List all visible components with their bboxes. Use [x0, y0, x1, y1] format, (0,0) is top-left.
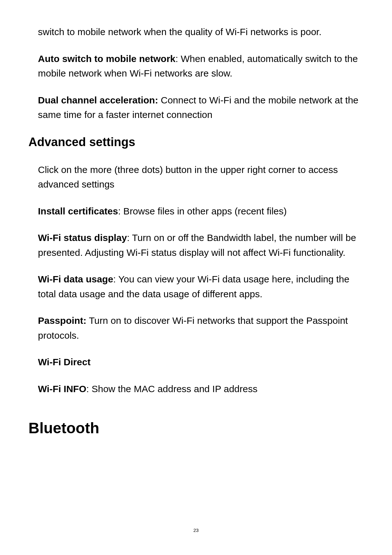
text-install-certificates: : Browse files in other apps (recent fil… [118, 206, 287, 216]
label-wifi-info: Wi-Fi INFO [38, 384, 86, 394]
text-wifi-info: : Show the MAC address and IP address [86, 384, 257, 394]
heading-advanced-settings: Advanced settings [28, 134, 364, 150]
label-dual-channel: Dual channel acceleration: [38, 95, 158, 105]
paragraph-wifi-data-usage: Wi-Fi data usage: You can view your Wi-F… [38, 272, 364, 301]
paragraph-advanced-intro: Click on the more (three dots) button in… [38, 163, 364, 192]
paragraph-passpoint: Passpoint: Turn on to discover Wi-Fi net… [38, 313, 364, 343]
section-wifi-continued: switch to mobile network when the qualit… [28, 25, 364, 122]
label-install-certificates: Install certificates [38, 206, 118, 216]
paragraph-wifi-status-display: Wi-Fi status display: Turn on or off the… [38, 231, 364, 260]
paragraph-dual-channel: Dual channel acceleration: Connect to Wi… [38, 93, 364, 122]
paragraph-wifi-switch: switch to mobile network when the qualit… [38, 25, 364, 40]
page-content: switch to mobile network when the qualit… [0, 0, 392, 438]
paragraph-wifi-info: Wi-Fi INFO: Show the MAC address and IP … [38, 382, 364, 397]
heading-bluetooth: Bluetooth [28, 418, 364, 438]
section-advanced-settings: Click on the more (three dots) button in… [28, 163, 364, 397]
label-auto-switch: Auto switch to mobile network [38, 53, 175, 64]
paragraph-auto-switch: Auto switch to mobile network: When enab… [38, 52, 364, 81]
heading-wifi-direct: Wi-Fi Direct [38, 355, 364, 370]
label-wifi-data-usage: Wi-Fi data usage [38, 274, 113, 284]
label-passpoint: Passpoint: [38, 315, 86, 326]
paragraph-install-certificates: Install certificates: Browse files in ot… [38, 204, 364, 219]
page-number: 23 [0, 527, 392, 533]
label-wifi-status-display: Wi-Fi status display [38, 232, 127, 243]
